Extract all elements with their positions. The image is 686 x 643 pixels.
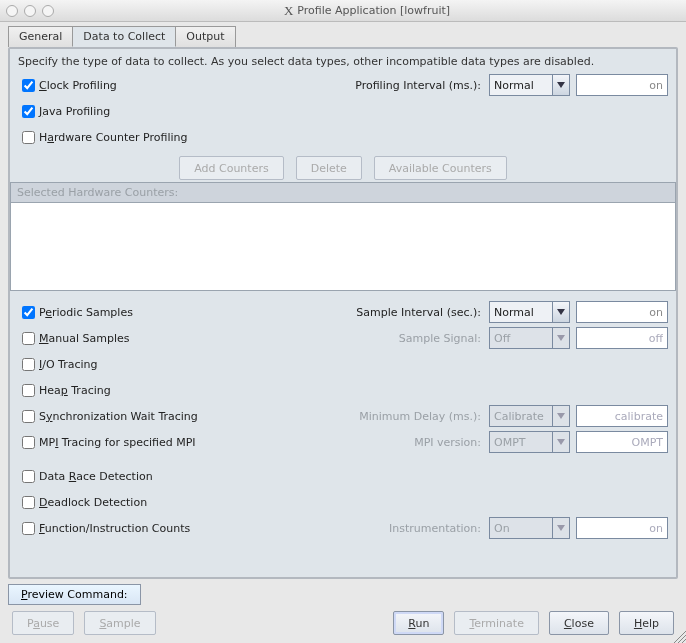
sample-signal-combo: Off (489, 327, 570, 349)
window-title: X Profile Application [lowfruit] (54, 3, 680, 19)
instrumentation-input (576, 517, 668, 539)
min-delay-value: Calibrate (489, 405, 553, 427)
window-controls (6, 5, 54, 17)
instrumentation-label: Instrumentation: (389, 522, 489, 535)
data-race-label: Data Race Detection (39, 470, 153, 483)
mpi-tracing-label: MPI Tracing for specified MPI (39, 436, 196, 449)
dialog-buttons: Pause Sample Run Terminate Close Help (12, 611, 674, 635)
deadlock-label: Deadlock Detection (39, 496, 147, 509)
tab-data-to-collect[interactable]: Data to Collect (72, 26, 176, 47)
chevron-down-icon (552, 74, 570, 96)
window-title-text: Profile Application [lowfruit] (297, 4, 450, 17)
sample-interval-value: Normal (489, 301, 553, 323)
pause-button: Pause (12, 611, 74, 635)
terminate-button: Terminate (454, 611, 539, 635)
preview-command-button[interactable]: Preview Command: (8, 584, 141, 605)
manual-samples-checkbox[interactable] (22, 332, 35, 345)
sync-wait-label: Synchronization Wait Tracing (39, 410, 198, 423)
mpi-version-value: OMPT (489, 431, 553, 453)
deadlock-checkbox[interactable] (22, 496, 35, 509)
periodic-samples-checkbox[interactable] (22, 306, 35, 319)
sample-button: Sample (84, 611, 155, 635)
selected-counters-box: Selected Hardware Counters: (10, 182, 676, 291)
available-counters-button[interactable]: Available Counters (374, 156, 507, 180)
mpi-version-combo: OMPT (489, 431, 570, 453)
hw-counter-label: Hardware Counter Profiling (39, 131, 188, 144)
chevron-down-icon (552, 327, 570, 349)
mpi-version-input (576, 431, 668, 453)
min-delay-input (576, 405, 668, 427)
tab-bar: General Data to Collect Output (8, 26, 678, 47)
sample-interval-label: Sample Interval (sec.): (356, 306, 489, 319)
tab-general-label: General (19, 30, 62, 43)
periodic-samples-label: Periodic Samples (39, 306, 133, 319)
resize-grip-icon[interactable] (670, 627, 686, 643)
chevron-down-icon (552, 517, 570, 539)
profiling-interval-value: Normal (489, 74, 553, 96)
tab-data-label: Data to Collect (83, 30, 165, 43)
data-race-checkbox[interactable] (22, 470, 35, 483)
selected-counters-title: Selected Hardware Counters: (11, 183, 675, 202)
chevron-down-icon (552, 301, 570, 323)
titlebar: X Profile Application [lowfruit] (0, 0, 686, 22)
chevron-down-icon (552, 405, 570, 427)
close-button[interactable]: Close (549, 611, 609, 635)
func-count-checkbox[interactable] (22, 522, 35, 535)
panel-description: Specify the type of data to collect. As … (18, 55, 668, 68)
tab-general[interactable]: General (8, 26, 73, 47)
manual-samples-label: Manual Samples (39, 332, 129, 345)
minimize-window-icon[interactable] (24, 5, 36, 17)
tab-output-label: Output (186, 30, 224, 43)
sample-interval-combo[interactable]: Normal (489, 301, 570, 323)
java-profiling-checkbox[interactable] (22, 105, 35, 118)
sample-interval-input[interactable] (576, 301, 668, 323)
tab-output[interactable]: Output (175, 26, 235, 47)
add-counters-button[interactable]: Add Counters (179, 156, 283, 180)
io-tracing-checkbox[interactable] (22, 358, 35, 371)
io-tracing-label: I/O Tracing (39, 358, 98, 371)
instrumentation-combo: On (489, 517, 570, 539)
profiling-interval-combo[interactable]: Normal (489, 74, 570, 96)
selected-counters-list[interactable] (11, 202, 675, 290)
hw-counter-checkbox[interactable] (22, 131, 35, 144)
sample-signal-label: Sample Signal: (399, 332, 489, 345)
data-to-collect-panel: Specify the type of data to collect. As … (8, 47, 678, 579)
chevron-down-icon (552, 431, 570, 453)
clock-profiling-label: Clock Profiling (39, 79, 117, 92)
func-count-label: Function/Instruction Counts (39, 522, 190, 535)
run-button[interactable]: Run (393, 611, 444, 635)
clock-profiling-checkbox[interactable] (22, 79, 35, 92)
instrumentation-value: On (489, 517, 553, 539)
sample-signal-value: Off (489, 327, 553, 349)
sample-signal-input (576, 327, 668, 349)
x11-icon: X (284, 3, 293, 19)
delete-button[interactable]: Delete (296, 156, 362, 180)
profiling-interval-label: Profiling Interval (ms.): (355, 79, 489, 92)
min-delay-label: Minimum Delay (ms.): (359, 410, 489, 423)
zoom-window-icon[interactable] (42, 5, 54, 17)
sync-wait-checkbox[interactable] (22, 410, 35, 423)
mpi-version-label: MPI version: (414, 436, 489, 449)
min-delay-combo: Calibrate (489, 405, 570, 427)
mpi-tracing-checkbox[interactable] (22, 436, 35, 449)
profiling-interval-input[interactable] (576, 74, 668, 96)
heap-tracing-checkbox[interactable] (22, 384, 35, 397)
java-profiling-label: Java Profiling (39, 105, 110, 118)
close-window-icon[interactable] (6, 5, 18, 17)
heap-tracing-label: Heap Tracing (39, 384, 111, 397)
help-button[interactable]: Help (619, 611, 674, 635)
